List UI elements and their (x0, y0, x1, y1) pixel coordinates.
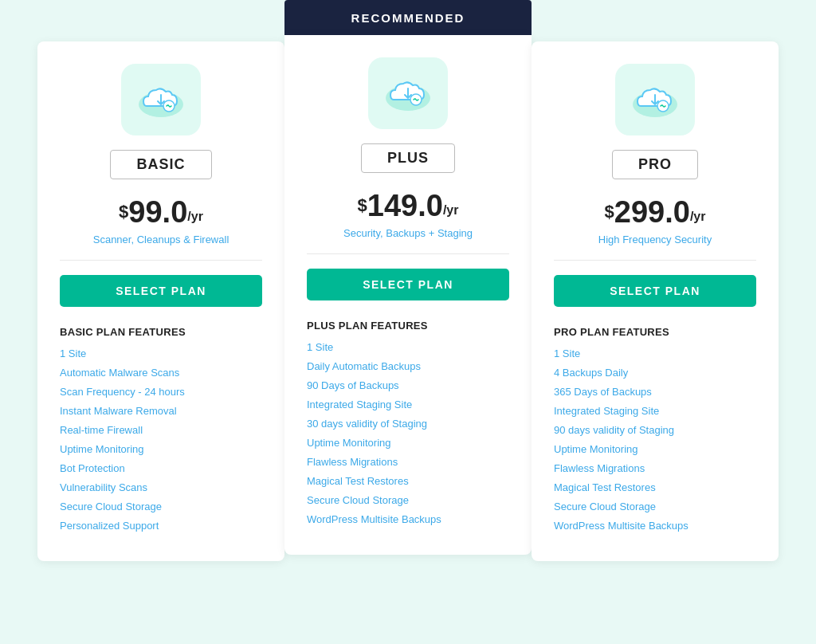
basic-icon-area (121, 64, 201, 135)
basic-features-title: BASIC PLAN FEATURES (60, 326, 186, 338)
list-item: 1 Site (60, 348, 262, 359)
list-item: Automatic Malware Scans (60, 367, 262, 379)
plus-features-list: 1 Site Daily Automatic Backups 90 Days o… (307, 341, 509, 532)
plus-price-dollar: $ (358, 195, 367, 216)
basic-price-period: /yr (187, 210, 203, 224)
list-item: Instant Malware Removal (60, 405, 262, 417)
list-item: Uptime Monitoring (307, 437, 509, 449)
plus-features-title: PLUS PLAN FEATURES (307, 320, 428, 332)
plus-divider (307, 253, 509, 254)
list-item: WordPress Multisite Backups (554, 520, 756, 532)
basic-cloud-icon (135, 79, 186, 120)
pro-price-amount: 299.0 (614, 197, 690, 227)
plus-select-plan-button[interactable]: SELECT PLAN (307, 269, 509, 300)
plus-plan-wrapper: RECOMMENDED PLUS $ 149.0 /yr (284, 0, 532, 555)
list-item: Daily Automatic Backups (307, 360, 509, 372)
list-item: Secure Cloud Storage (554, 501, 756, 512)
list-item: Magical Test Restores (307, 475, 509, 487)
list-item: WordPress Multisite Backups (307, 513, 509, 525)
list-item: Real-time Firewall (60, 424, 262, 436)
pro-select-plan-button[interactable]: SELECT PLAN (554, 275, 756, 307)
list-item: 1 Site (307, 341, 509, 353)
list-item: 1 Site (554, 348, 756, 359)
list-item: Bot Protection (60, 462, 262, 474)
basic-divider (60, 260, 262, 261)
pro-plan-name: PRO (612, 150, 698, 179)
basic-select-plan-button[interactable]: SELECT PLAN (60, 275, 262, 307)
pro-cloud-icon (630, 79, 681, 120)
pro-price-dollar: $ (605, 202, 614, 222)
plus-price-period: /yr (443, 203, 459, 218)
list-item: Uptime Monitoring (554, 443, 756, 455)
pro-price-row: $ 299.0 /yr (605, 197, 706, 227)
list-item: Scan Frequency - 24 hours (60, 386, 262, 398)
basic-price-row: $ 99.0 /yr (119, 197, 203, 227)
pro-features-title: PRO PLAN FEATURES (554, 326, 669, 338)
basic-plan-card: BASIC $ 99.0 /yr Scanner, Cleanups & Fir… (37, 41, 284, 561)
pro-plan-card: PRO $ 299.0 /yr High Frequency Security … (532, 41, 779, 561)
list-item: 30 days validity of Staging (307, 418, 509, 430)
pro-tagline: High Frequency Security (598, 234, 712, 245)
list-item: 365 Days of Backups (554, 386, 756, 398)
basic-plan-wrapper: BASIC $ 99.0 /yr Scanner, Cleanups & Fir… (37, 0, 284, 561)
list-item: Personalized Support (60, 520, 262, 532)
pro-icon-area (615, 64, 695, 135)
plus-cloud-icon (382, 73, 434, 114)
list-item: Integrated Staging Site (307, 399, 509, 410)
page-wrapper: BASIC $ 99.0 /yr Scanner, Cleanups & Fir… (0, 0, 816, 644)
list-item: Uptime Monitoring (60, 443, 262, 455)
basic-features-list: 1 Site Automatic Malware Scans Scan Freq… (60, 348, 262, 539)
list-item: Flawless Migrations (307, 456, 509, 468)
plus-plan-card: PLUS $ 149.0 /yr Security, Backups + Sta… (284, 35, 532, 555)
pro-price-period: /yr (690, 210, 706, 224)
list-item: Secure Cloud Storage (307, 494, 509, 506)
list-item: 90 days validity of Staging (554, 424, 756, 436)
plus-tagline: Security, Backups + Staging (343, 227, 473, 239)
plus-price-amount: 149.0 (367, 190, 443, 221)
basic-tagline: Scanner, Cleanups & Firewall (93, 234, 230, 245)
plus-price-row: $ 149.0 /yr (358, 190, 459, 221)
list-item: Flawless Migrations (554, 462, 756, 474)
pro-plan-wrapper: PRO $ 299.0 /yr High Frequency Security … (532, 0, 779, 561)
list-item: Vulnerability Scans (60, 481, 262, 493)
recommended-banner: RECOMMENDED (284, 0, 532, 35)
pro-divider (554, 260, 756, 261)
basic-price-amount: 99.0 (128, 197, 187, 227)
basic-price-dollar: $ (119, 202, 128, 222)
pro-features-list: 1 Site 4 Backups Daily 365 Days of Backu… (554, 348, 756, 539)
list-item: Magical Test Restores (554, 481, 756, 493)
list-item: Integrated Staging Site (554, 405, 756, 417)
list-item: Secure Cloud Storage (60, 501, 262, 512)
plus-plan-name: PLUS (361, 143, 455, 173)
plans-container: BASIC $ 99.0 /yr Scanner, Cleanups & Fir… (24, 0, 792, 561)
basic-plan-name: BASIC (110, 150, 211, 179)
list-item: 4 Backups Daily (554, 367, 756, 379)
plus-icon-area (368, 57, 448, 129)
list-item: 90 Days of Backups (307, 379, 509, 391)
